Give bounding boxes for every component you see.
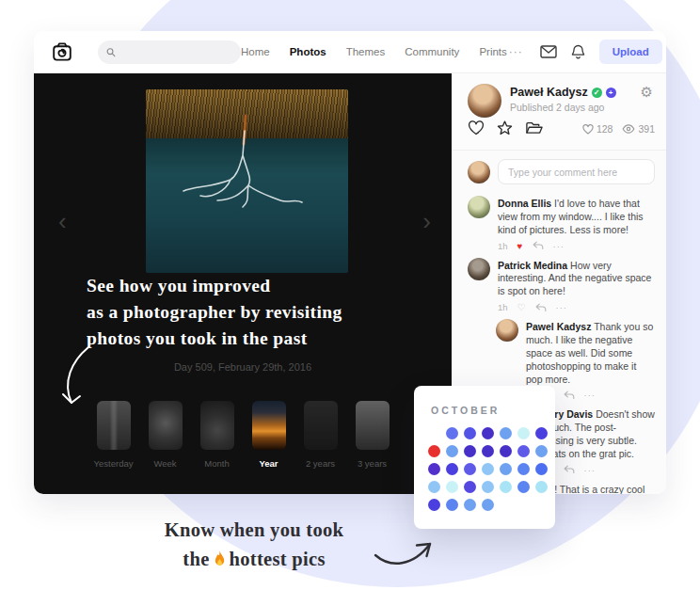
october-dot[interactable] xyxy=(535,463,548,475)
october-dot[interactable] xyxy=(500,427,512,439)
gear-icon[interactable]: ⚙ xyxy=(641,84,653,101)
search-bar[interactable] xyxy=(98,40,241,64)
fire-icon xyxy=(213,550,227,568)
october-dot[interactable] xyxy=(482,427,494,439)
october-dot[interactable] xyxy=(464,427,476,439)
october-dot[interactable] xyxy=(482,463,494,475)
thumbnail-label: Month xyxy=(204,458,229,469)
timeline-thumbnail[interactable]: Month xyxy=(200,401,234,469)
october-dot[interactable] xyxy=(535,445,548,457)
october-dot[interactable] xyxy=(482,481,494,493)
album-folder-icon[interactable] xyxy=(525,120,543,135)
october-dot[interactable] xyxy=(464,445,476,457)
october-dot[interactable] xyxy=(482,499,494,511)
commenter-name[interactable]: Donna Ellis xyxy=(498,198,551,209)
nav-link-home[interactable]: Home xyxy=(241,46,270,57)
october-dot[interactable] xyxy=(535,481,548,493)
likes-count-icon xyxy=(582,124,594,135)
october-dot[interactable] xyxy=(482,445,494,457)
views-count-icon xyxy=(622,124,635,134)
comment-reply-icon[interactable] xyxy=(564,465,575,474)
comment-like-icon[interactable]: ♥ xyxy=(517,241,523,251)
thumbnail-label: Week xyxy=(153,458,176,469)
comment-reply-icon[interactable] xyxy=(564,391,575,400)
comment-input[interactable] xyxy=(498,159,655,184)
october-dot[interactable] xyxy=(464,481,476,493)
october-dot[interactable] xyxy=(428,463,440,475)
overlay-callout-text: See how you improved as a photographer b… xyxy=(87,273,444,352)
thumbnail-image xyxy=(97,401,131,450)
october-dot[interactable] xyxy=(446,427,458,439)
october-dot[interactable] xyxy=(517,463,530,475)
comment-reply-icon[interactable] xyxy=(535,303,547,312)
october-dot[interactable] xyxy=(428,445,440,457)
thumbnail-label: Year xyxy=(259,458,278,469)
author-avatar[interactable] xyxy=(468,84,501,118)
october-dot[interactable] xyxy=(535,427,548,439)
comment-time: 1h xyxy=(498,241,508,251)
october-dot[interactable] xyxy=(500,445,512,457)
main-content: ‹ › See how you improved as a photograph… xyxy=(34,73,666,494)
thumbnail-image xyxy=(304,401,338,450)
october-heatmap-card: OCTOBER xyxy=(414,386,555,529)
october-dot[interactable] xyxy=(500,463,512,475)
comment-input-avatar xyxy=(468,161,490,183)
timeline-thumbnail[interactable]: 3 years xyxy=(356,401,390,469)
comment-meta: 1h ♡ ··· xyxy=(498,302,655,312)
nav-link-photos[interactable]: Photos xyxy=(290,46,326,57)
bell-icon[interactable] xyxy=(571,44,585,60)
commenter-avatar[interactable] xyxy=(468,258,490,280)
mail-icon[interactable] xyxy=(540,45,557,58)
verified-badge-icon: ✓ xyxy=(592,88,602,98)
comment-more-icon[interactable]: ··· xyxy=(584,390,597,400)
nav-link-community[interactable]: Community xyxy=(405,46,459,57)
comment-more-icon[interactable]: ··· xyxy=(584,465,597,475)
main-photo xyxy=(146,89,348,273)
october-dot[interactable] xyxy=(446,463,458,475)
photo-branch-detail xyxy=(146,89,348,273)
nav-link-prints[interactable]: Prints xyxy=(479,46,506,57)
thumbnail-label: 2 years xyxy=(306,458,335,469)
thumbnail-label: 3 years xyxy=(358,458,387,469)
next-photo-button[interactable]: › xyxy=(422,209,431,233)
october-dot[interactable] xyxy=(464,463,476,475)
october-dot[interactable] xyxy=(500,481,512,493)
timeline-thumbnail[interactable]: Yesterday xyxy=(97,401,131,469)
comment-reply-icon[interactable] xyxy=(533,241,544,250)
upload-button[interactable]: Upload xyxy=(599,40,662,64)
search-input[interactable] xyxy=(121,45,232,58)
favorite-icon[interactable] xyxy=(497,120,513,136)
timeline-thumbnail[interactable]: Year xyxy=(252,401,286,469)
october-title: OCTOBER xyxy=(431,405,555,416)
tookapic-logo-icon[interactable] xyxy=(51,40,73,63)
commenter-avatar[interactable] xyxy=(468,196,490,218)
nav-link-themes[interactable]: Themes xyxy=(346,46,386,57)
commenter-name[interactable]: Patrick Medina xyxy=(498,260,567,271)
prev-photo-button[interactable]: ‹ xyxy=(58,209,67,233)
october-dot[interactable] xyxy=(446,481,458,493)
comment-like-icon[interactable]: ♡ xyxy=(517,302,526,312)
october-dot[interactable] xyxy=(428,481,440,493)
follow-badge-icon[interactable]: + xyxy=(606,88,616,98)
bottom-callout-text: Know when you took thehottest pics xyxy=(141,516,367,574)
like-icon[interactable] xyxy=(468,120,485,136)
october-dot[interactable] xyxy=(446,499,458,511)
author-name[interactable]: Paweł Kadysz xyxy=(510,86,588,99)
comment-more-icon[interactable]: ··· xyxy=(556,302,568,312)
october-dot[interactable] xyxy=(517,445,530,457)
photo-actions xyxy=(468,120,543,136)
photo-stats: 128 391 xyxy=(582,123,655,135)
timeline-thumbnail[interactable]: 2 years xyxy=(304,401,338,469)
comment-more-icon[interactable]: ··· xyxy=(553,241,565,251)
commenter-avatar[interactable] xyxy=(496,319,518,342)
more-menu[interactable]: ··· xyxy=(509,45,523,58)
author-header: Paweł Kadysz ✓ + Published 2 days ago ⚙ … xyxy=(452,73,666,151)
commenter-name[interactable]: Pawel Kadysz xyxy=(526,321,591,332)
october-dot[interactable] xyxy=(464,499,476,511)
october-dot[interactable] xyxy=(517,481,530,493)
timeline-thumbnail[interactable]: Week xyxy=(149,401,183,469)
october-dot[interactable] xyxy=(428,499,440,511)
app-window: HomePhotosThemesCommunityPrints ··· Uplo… xyxy=(34,31,666,494)
october-dot[interactable] xyxy=(517,427,530,439)
october-dot[interactable] xyxy=(446,445,458,457)
